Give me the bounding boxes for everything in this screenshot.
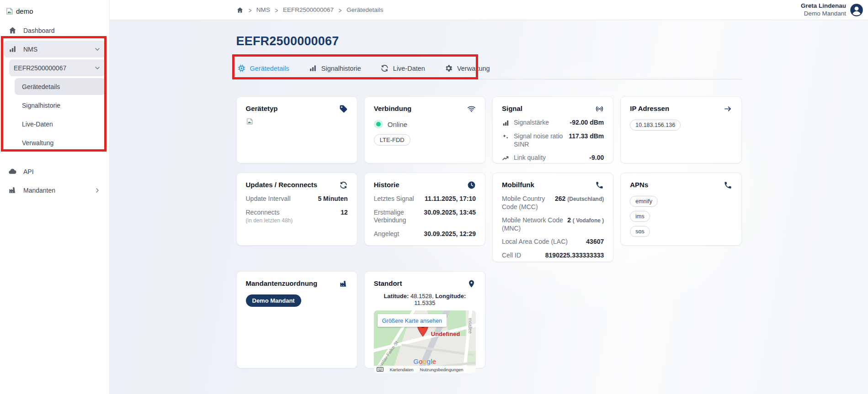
row-label: Letztes Signal xyxy=(374,195,414,203)
longitude-label: Longitude: xyxy=(435,293,466,299)
factory-icon xyxy=(8,186,17,194)
latitude-label: Latitude: xyxy=(383,293,409,299)
tab-live-daten[interactable]: Live-Daten xyxy=(379,58,426,79)
factory-icon xyxy=(339,279,348,288)
row-value: 117.33 dBm xyxy=(569,132,604,141)
map-attribution[interactable]: Kartendaten xyxy=(390,367,414,372)
sidebar-item-mandanten[interactable]: Mandanten xyxy=(4,182,106,199)
map-terms-link[interactable]: Nutzungsbedingungen xyxy=(420,367,463,372)
card-title: Verbindung xyxy=(374,105,412,112)
row-label: Erstmalige Verbindung xyxy=(374,209,417,225)
broadcast-icon xyxy=(595,105,604,113)
sidebar-item-nms[interactable]: NMS xyxy=(4,41,106,58)
row-value: 262 xyxy=(555,195,565,202)
card-updates-reconnects: Updates / Reconnects Update Intervall 5 … xyxy=(236,173,357,246)
google-map-embed[interactable]: Größere Karte ansehen Undefined Gustav-F… xyxy=(374,310,476,373)
card-grid: Gerätetyp Verbindung xyxy=(236,96,742,368)
status-dot-halo xyxy=(374,120,383,129)
sidebar-item-label: Signalhistorie xyxy=(22,102,60,109)
breadcrumb-separator: > xyxy=(275,6,278,14)
card-ip-adressen: IP Adressen 10.183.156.136 xyxy=(620,96,741,163)
home-icon xyxy=(8,26,17,35)
tab-label: Gerätedetails xyxy=(250,65,289,72)
online-status-dot xyxy=(376,122,381,126)
main-area: > NMS > EEFR2500000067 > Gerätedetails G… xyxy=(110,0,868,394)
sidebar-item-label: Gerätedetails xyxy=(22,83,60,90)
row-value: 30.09.2025, 13:45 xyxy=(424,209,476,217)
map-marker-label: Undefined xyxy=(431,331,460,337)
breadcrumb-item-device[interactable]: EEFR2500000067 xyxy=(283,6,334,13)
row-note: (Deutschland) xyxy=(567,196,604,202)
card-mandantenzuordnung: Mandantenzuordnung Demo Mandant xyxy=(236,271,357,368)
top-bar: > NMS > EEFR2500000067 > Gerätedetails G… xyxy=(110,0,868,20)
keyboard-icon[interactable] xyxy=(377,367,383,372)
row-label: Reconnects xyxy=(246,209,280,216)
gear-icon xyxy=(444,64,453,73)
page-title: EEFR2500000067 xyxy=(236,34,742,48)
tab-geraetedetails[interactable]: Gerätedetails xyxy=(236,58,290,79)
card-title: Signal xyxy=(502,105,522,112)
sidebar-item-api[interactable]: API xyxy=(4,163,106,180)
tenant-badge: Demo Mandant xyxy=(246,294,301,307)
signal-row-linkquality: Link quality -9.00 xyxy=(502,154,604,162)
sidebar-item-dashboard[interactable]: Dashboard xyxy=(4,22,106,39)
sidebar-item-geraetedetails[interactable]: Gerätedetails xyxy=(15,78,106,95)
card-title: Gerätetyp xyxy=(246,105,278,112)
card-geraetetyp: Gerätetyp xyxy=(236,96,357,163)
cloud-icon xyxy=(8,167,17,176)
row-value: 30.09.2025, 12:29 xyxy=(424,230,476,238)
row-value: 5 Minuten xyxy=(318,195,347,203)
status-label: Online xyxy=(388,121,407,128)
chip-icon xyxy=(237,64,246,73)
sidebar-item-device[interactable]: EEFR2500000067 xyxy=(9,59,106,76)
mobilfunk-row-mcc: Mobile Country Code (MCC) 262 (Deutschla… xyxy=(502,195,604,211)
larger-map-link[interactable]: Größere Karte ansehen xyxy=(382,318,442,324)
mobilfunk-row-cellid: Cell ID 8190225.333333333 xyxy=(502,252,604,260)
sidebar-item-label: EEFR2500000067 xyxy=(14,64,66,72)
logo-text: demo xyxy=(16,7,33,15)
arrow-right-icon xyxy=(724,105,732,113)
home-icon[interactable] xyxy=(236,6,244,14)
device-image-broken xyxy=(246,118,348,125)
row-label: Link quality xyxy=(514,154,546,162)
historie-row-erstverbindung: Erstmalige Verbindung 30.09.2025, 13:45 xyxy=(374,209,476,225)
card-historie: Historie Letztes Signal 11.11.2025, 17:1… xyxy=(364,173,485,246)
breadcrumb-item-nms[interactable]: NMS xyxy=(256,6,270,13)
sidebar: demo Dashboard NMS EEFR2500000067 xyxy=(0,0,110,394)
sidebar-spacer xyxy=(4,153,106,161)
row-value: 12 xyxy=(341,209,348,217)
card-title: Mobilfunk xyxy=(502,181,534,189)
sidebar-item-signalhistorie[interactable]: Signalhistorie xyxy=(15,97,106,114)
card-title: Mandantenzuordnung xyxy=(246,279,318,287)
card-title: Historie xyxy=(374,181,399,189)
card-title: IP Adressen xyxy=(630,105,669,112)
network-type-badge: LTE-FDD xyxy=(374,134,410,146)
row-label: Cell ID xyxy=(502,252,521,260)
broken-image-icon xyxy=(5,7,13,15)
user-name: Greta Lindenau xyxy=(801,2,846,10)
tab-bar: Gerätedetails Signalhistorie Live-Daten xyxy=(236,58,742,79)
coordinates: Latitude: 48.1528, Longitude: 11.5335 xyxy=(374,293,476,306)
app-logo[interactable]: demo xyxy=(0,0,109,18)
map-pin-icon xyxy=(467,279,476,288)
breadcrumb: > NMS > EEFR2500000067 > Gerätedetails xyxy=(236,6,742,14)
row-value: 8190225.333333333 xyxy=(545,252,604,260)
user-menu[interactable]: Greta Lindenau Demo Mandant xyxy=(801,0,863,20)
card-title: Standort xyxy=(374,279,402,287)
row-label: Local Area Code (LAC) xyxy=(502,238,568,246)
row-label: Mobile Country Code (MCC) xyxy=(502,195,555,211)
trend-up-icon xyxy=(502,154,510,162)
avatar[interactable] xyxy=(850,3,863,17)
app-root: demo Dashboard NMS EEFR2500000067 xyxy=(0,0,868,394)
sidebar-item-live-daten[interactable]: Live-Daten xyxy=(15,116,106,132)
updates-row-reconnects: Reconnects(in den letzten 48h) 12 xyxy=(246,209,348,225)
tab-signalhistorie[interactable]: Signalhistorie xyxy=(308,58,362,79)
sidebar-item-verwaltung[interactable]: Verwaltung xyxy=(15,134,106,151)
bar-chart-icon xyxy=(8,45,17,53)
row-label: Signal noise ratio SINR xyxy=(514,132,569,148)
tab-verwaltung[interactable]: Verwaltung xyxy=(443,58,491,79)
refresh-icon xyxy=(339,181,348,189)
row-label: Mobile Network Code (MNC) xyxy=(502,216,567,232)
signal-row-sinr: Signal noise ratio SINR 117.33 dBm xyxy=(502,132,604,148)
breadcrumb-separator: > xyxy=(248,6,251,14)
